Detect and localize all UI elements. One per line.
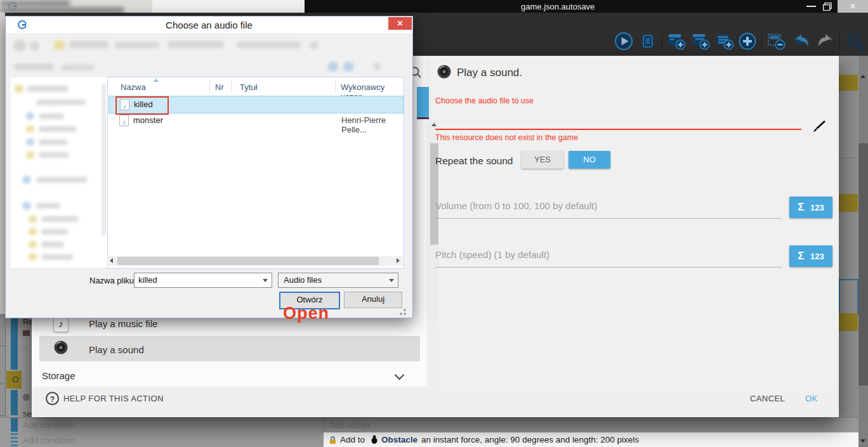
- blurred-refresh-icon: [310, 41, 318, 49]
- add-new-button[interactable]: [738, 32, 757, 53]
- category-tab-indicator[interactable]: [417, 87, 429, 117]
- toolbar-divider: [761, 33, 762, 49]
- resize-grip[interactable]: [399, 308, 407, 316]
- add-event-button[interactable]: [667, 32, 686, 53]
- column-divider[interactable]: [231, 80, 232, 93]
- event-fragment-icon2: [23, 394, 30, 401]
- nav-scrollbar[interactable]: [102, 84, 106, 236]
- selected-action-block: [839, 75, 858, 91]
- repeat-no-button[interactable]: NO: [569, 151, 610, 169]
- sigma-icon: Σ: [798, 250, 804, 262]
- events-column-divider: [324, 417, 324, 432]
- audio-file-icon: ♪: [119, 115, 129, 126]
- close-window-button[interactable]: ✕: [838, 0, 868, 13]
- action-text-prefix[interactable]: Add to: [340, 435, 365, 444]
- filename-combobox[interactable]: killed: [134, 273, 272, 288]
- blurred-breadcrumb-2: [115, 42, 159, 48]
- audio-file-label: Choose the audio file to use: [435, 96, 534, 105]
- add-condition-placeholder[interactable]: Add condition: [23, 436, 75, 445]
- cancel-button[interactable]: CANCEL: [750, 394, 785, 403]
- dropdown-arrow-icon[interactable]: [263, 279, 268, 282]
- events-row-bottom: Add condition Add to Obstacle an instant…: [0, 432, 868, 447]
- column-header-nr[interactable]: Nr: [215, 82, 224, 92]
- ok-button[interactable]: OK: [805, 394, 818, 403]
- blurred-breadcrumb-1: [69, 41, 109, 48]
- action-text-suffix[interactable]: an instant force, angle: 90 degrees and …: [421, 435, 639, 444]
- repeat-yes-button[interactable]: YES: [522, 151, 563, 169]
- app-left-strip: [0, 13, 5, 314]
- blurred-folder-icon: [54, 41, 65, 49]
- instruction-item-play-sound[interactable]: Play a sound: [89, 344, 144, 355]
- filetype-dropdown[interactable]: Audio files: [278, 273, 398, 288]
- titlebar-light-right: [152, 0, 305, 13]
- event-condition-bar: [11, 390, 18, 415]
- note-glyph: ♪: [122, 119, 126, 126]
- screen: game.json.autosave ✕: [0, 0, 868, 447]
- blurred-help-icon: [374, 63, 381, 70]
- annotation-open-label: Open: [283, 304, 329, 323]
- action-object-name[interactable]: Obstacle: [381, 435, 418, 444]
- brush-icon[interactable]: [812, 119, 826, 136]
- minimize-button[interactable]: [806, 6, 816, 7]
- blurred-newfolder-menu: [62, 65, 95, 70]
- column-header-nazwa[interactable]: Nazwa: [121, 82, 146, 92]
- blurred-forward-button: [30, 41, 39, 51]
- event-condition-bar: [11, 315, 18, 370]
- list-hscrollbar[interactable]: [107, 256, 403, 266]
- annotation-selection-box: [115, 96, 169, 115]
- main-scrollbar[interactable]: [858, 56, 868, 447]
- file-dialog-close-button[interactable]: ✕: [388, 17, 412, 30]
- scrollbar-thumb[interactable]: [858, 143, 868, 385]
- file-row-monster[interactable]: ♪ monster Henri-Pierre Pelle...: [109, 113, 402, 128]
- blurred-breadcrumb-3: [168, 41, 223, 48]
- delete-event-button[interactable]: [766, 32, 786, 53]
- pitch-underline: [435, 267, 782, 268]
- speaker-icon: [437, 64, 452, 82]
- hscroll-thumb[interactable]: [117, 257, 379, 265]
- column-divider[interactable]: [335, 80, 336, 93]
- filename-label: Nazwa pliku:: [89, 276, 136, 285]
- help-for-action-button[interactable]: HELP FOR THIS ACTION: [63, 394, 164, 403]
- column-header-tytul[interactable]: Tytuł: [240, 82, 257, 92]
- search-button[interactable]: [845, 32, 864, 53]
- add-subevent-button[interactable]: [691, 32, 710, 53]
- object-thumbnail-icon: [371, 435, 378, 444]
- row-divider: [839, 158, 858, 159]
- cancel-button-file[interactable]: Anuluj: [344, 292, 402, 308]
- event-fragment-o: O: [12, 375, 19, 384]
- scroll-down-arrow[interactable]: [860, 439, 865, 443]
- pitch-expression-button[interactable]: Σ 123: [789, 245, 832, 267]
- audio-file-error: This resource does not exist in the game: [435, 133, 578, 142]
- volume-input[interactable]: Volume (from 0 to 100, 100 by default): [435, 200, 597, 211]
- help-qmark: ?: [50, 395, 55, 404]
- redo-button[interactable]: [816, 32, 835, 53]
- blurred-organize-menu: [15, 63, 54, 70]
- blurred-window-title-1: [0, 0, 70, 7]
- restore-button[interactable]: [823, 2, 832, 10]
- highlighted-event-box: [839, 279, 858, 314]
- instruction-item-play-music[interactable]: Play a music file: [89, 318, 157, 329]
- preview-play-button[interactable]: [614, 32, 633, 53]
- add-condition-placeholder[interactable]: Add condition: [23, 420, 75, 430]
- scroll-right-arrow[interactable]: [397, 258, 400, 263]
- add-action-placeholder[interactable]: Add action: [329, 420, 370, 430]
- file-name: monster: [133, 115, 163, 125]
- blurred-view-icon-2: [344, 62, 353, 71]
- volume-expression-button[interactable]: Σ 123: [789, 197, 832, 218]
- action-title: Play a sound.: [457, 67, 522, 79]
- undo-button[interactable]: [792, 32, 811, 53]
- dropdown-arrow-icon[interactable]: [389, 279, 394, 282]
- pitch-input[interactable]: Pitch (speed) (1 by default): [435, 249, 549, 260]
- scroll-left-arrow[interactable]: [110, 258, 113, 263]
- no-label: NO: [583, 155, 596, 164]
- blurred-back-button: [13, 39, 26, 52]
- column-divider[interactable]: [209, 80, 210, 93]
- debug-button[interactable]: [638, 32, 657, 53]
- instruction-group-storage[interactable]: Storage: [42, 370, 76, 381]
- audio-file-input[interactable]: [435, 113, 801, 130]
- scroll-up-arrow[interactable]: [860, 75, 865, 78]
- expr-123-label: 123: [810, 203, 824, 212]
- add-comment-button[interactable]: [715, 32, 734, 53]
- help-icon: ?: [46, 392, 59, 405]
- nav-pane: [11, 77, 107, 268]
